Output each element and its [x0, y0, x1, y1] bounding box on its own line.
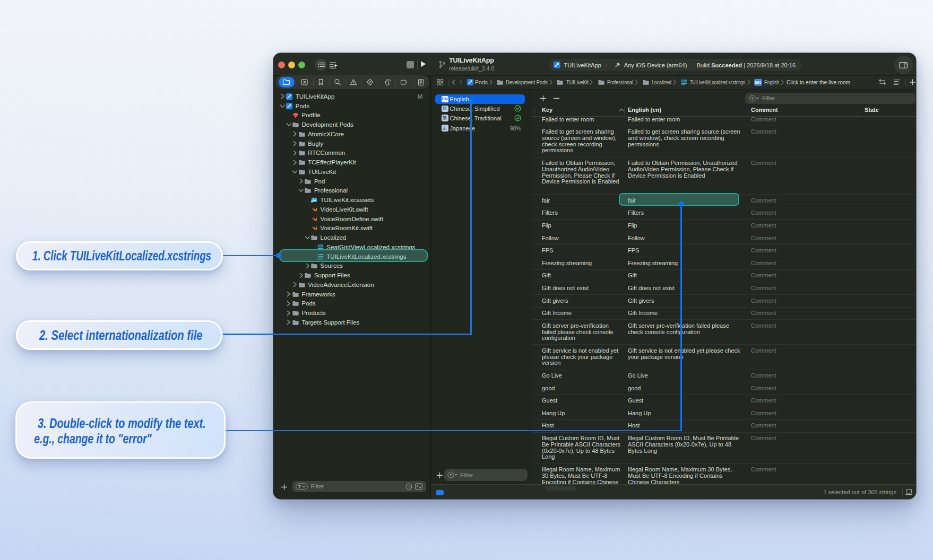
cell-comment-placeholder[interactable]: Comment: [751, 310, 865, 319]
cell-comment-placeholder[interactable]: Comment: [751, 323, 865, 345]
tab-project-navigator[interactable]: [279, 77, 295, 88]
cell-english[interactable]: Gift service is not enabled yet please c…: [628, 348, 751, 370]
back-chevron-icon[interactable]: [451, 80, 456, 85]
tree-item-localized[interactable]: Localized: [273, 233, 430, 242]
tree-item-professional[interactable]: Professional: [273, 186, 430, 196]
filter-scope-icon[interactable]: [415, 483, 422, 490]
string-row[interactable]: Gift does not existGift does not existCo…: [531, 282, 917, 295]
cell-comment-placeholder[interactable]: Comment: [751, 260, 865, 269]
string-row[interactable]: Illegal Custom Room ID, Must Be Printabl…: [531, 433, 917, 464]
tree-item-rtccommon[interactable]: RTCCommon: [273, 148, 430, 158]
cell-comment-placeholder[interactable]: Comment: [751, 129, 865, 156]
string-row[interactable]: Gift IncomeGift IncomeComment: [531, 308, 917, 320]
cell-comment-placeholder[interactable]: Comment: [751, 285, 865, 294]
tree-item-podfile[interactable]: Podfile: [273, 111, 430, 120]
tab-bookmarks[interactable]: [315, 75, 327, 89]
cell-key[interactable]: Guest: [542, 398, 628, 407]
tree-item-atomicxcore[interactable]: AtomicXCore: [273, 129, 430, 139]
tree-item-pods[interactable]: Pods: [273, 101, 430, 111]
cell-english[interactable]: Illegal Custom Room ID, Must Be Printabl…: [628, 435, 751, 463]
string-row[interactable]: Failed to Obtain Permission, Unauthorize…: [531, 158, 917, 195]
cell-key[interactable]: Go Live: [542, 373, 628, 382]
breadcrumb-item[interactable]: Professional: [607, 79, 633, 85]
cell-english[interactable]: Guest: [628, 398, 751, 407]
lines-menu-icon[interactable]: [893, 78, 901, 86]
add-editor-icon[interactable]: [909, 79, 916, 86]
string-row[interactable]: GuestGuestComment: [531, 395, 917, 408]
string-row[interactable]: FollowFollowComment: [531, 232, 917, 245]
cell-key[interactable]: Freezing streaming: [542, 260, 628, 269]
chevron-right-icon[interactable]: [292, 131, 298, 137]
swap-editor-icon[interactable]: [878, 78, 886, 86]
string-row[interactable]: Freezing streamingFreezing streamingComm…: [531, 257, 917, 270]
cell-comment-placeholder[interactable]: Comment: [751, 410, 865, 419]
cell-english[interactable]: Gift does not exist: [628, 285, 751, 294]
add-file-icon[interactable]: [281, 484, 288, 491]
add-language-icon[interactable]: [436, 472, 443, 479]
string-row[interactable]: Hang UpHang UpComment: [531, 407, 917, 420]
cell-comment-placeholder[interactable]: Comment: [751, 298, 865, 307]
breadcrumb-item[interactable]: Localized: [652, 79, 671, 85]
chevron-right-icon[interactable]: [298, 273, 304, 278]
cell-comment-placeholder[interactable]: Comment: [751, 223, 865, 232]
chevron-right-icon[interactable]: [292, 150, 298, 156]
tree-item-voiceroomdefine-swift[interactable]: VoiceRoomDefine.swift: [273, 214, 430, 224]
string-row[interactable]: FlipFlipComment: [531, 220, 917, 232]
cell-key[interactable]: Gift server pre-verification failed plea…: [542, 323, 628, 345]
cell-english[interactable]: Go Live: [628, 373, 751, 382]
cell-comment-placeholder[interactable]: Comment: [751, 248, 865, 257]
string-row[interactable]: goodgoodComment: [531, 382, 917, 395]
string-row[interactable]: Failed to enter roomFailed to enter room…: [531, 117, 917, 126]
minimize-window-button[interactable]: [288, 62, 295, 68]
cell-english[interactable]: Gift Income: [628, 310, 751, 319]
string-row[interactable]: Gift giversGift giversComment: [531, 295, 917, 308]
chevron-down-icon[interactable]: [286, 122, 292, 127]
cell-english[interactable]: Failed to enter room: [628, 117, 751, 126]
language-row-chinese-simplified[interactable]: 简Chinese, Simplified: [435, 104, 525, 113]
breadcrumb-item[interactable]: TUILiveKitLocalized.xcstrings: [690, 79, 745, 85]
column-header-comment[interactable]: Comment: [751, 107, 778, 113]
language-row-chinese-traditional[interactable]: 繁Chinese, Traditional: [435, 113, 525, 123]
cell-english[interactable]: Flip: [628, 223, 751, 232]
chevron-right-icon[interactable]: [298, 178, 304, 184]
cell-key[interactable]: Illegal Room Name, Maximum 30 Bytes, Mus…: [542, 467, 628, 484]
tree-item-tceffectplayerkit[interactable]: TCEffectPlayerKit: [273, 158, 430, 167]
cell-comment-placeholder[interactable]: Comment: [751, 435, 865, 463]
language-row-english[interactable]: ENEnglish: [435, 94, 525, 104]
cell-english[interactable]: Follow: [628, 235, 751, 244]
recent-clock-icon[interactable]: [405, 483, 412, 490]
close-window-button[interactable]: [278, 62, 285, 68]
cell-comment-placeholder[interactable]: Comment: [751, 235, 865, 244]
navigator-toggle-button[interactable]: [315, 59, 327, 71]
chevron-right-icon[interactable]: [286, 301, 292, 307]
cell-key[interactable]: Illegal Custom Room ID, Must Be Printabl…: [542, 435, 628, 463]
cell-english[interactable]: Filters: [628, 210, 751, 219]
editor-sparkle-icon[interactable]: [329, 61, 338, 69]
cell-key[interactable]: Failed to Obtain Permission, Unauthorize…: [542, 160, 628, 194]
breadcrumb-item[interactable]: Development Pods: [506, 79, 548, 85]
stop-button[interactable]: [407, 61, 414, 68]
cell-comment-placeholder[interactable]: Comment: [751, 198, 865, 207]
sort-ascending-icon[interactable]: [619, 108, 624, 112]
cell-key[interactable]: Failed to enter room: [542, 117, 628, 126]
string-row[interactable]: Illegal Room Name, Maximum 30 Bytes, Mus…: [531, 464, 917, 484]
cell-english[interactable]: Gift server pre-verification failed plea…: [628, 323, 751, 345]
cell-english[interactable]: Gift: [628, 273, 751, 282]
cell-key[interactable]: Failed to get screen sharing source (scr…: [542, 129, 628, 156]
language-filter-input[interactable]: Filter: [444, 469, 528, 481]
tree-item-pods[interactable]: Pods: [273, 299, 430, 309]
table-filter-input[interactable]: Filter: [745, 93, 915, 104]
string-row[interactable]: FPSFPSComment: [531, 245, 917, 258]
tree-item-bugly[interactable]: Bugly: [273, 139, 430, 148]
cell-comment-placeholder[interactable]: Comment: [751, 373, 865, 382]
cell-key[interactable]: Gift does not exist: [542, 285, 628, 294]
cell-key[interactable]: fair: [542, 198, 628, 207]
tree-item-videoadvanceextension[interactable]: VideoAdvanceExtension: [273, 280, 430, 290]
string-row[interactable]: FiltersFiltersComment: [531, 207, 917, 220]
chevron-right-icon[interactable]: [305, 263, 310, 269]
string-row[interactable]: Failed to get screen sharing source (scr…: [531, 126, 917, 158]
cell-comment-placeholder[interactable]: Comment: [751, 348, 865, 370]
scheme-selector[interactable]: TUILiveKitApp 〉 Any iOS Device (arm64) B…: [548, 59, 802, 71]
tab-reports[interactable]: [415, 75, 427, 89]
sidebar-filter-input[interactable]: Filter: [292, 481, 426, 493]
